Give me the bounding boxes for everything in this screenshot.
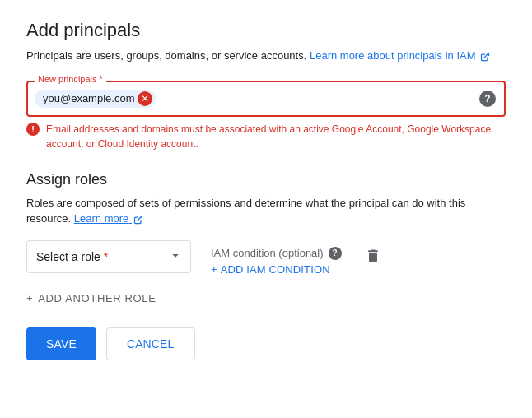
new-principals-field: New principals * you@example.com ✕ ? bbox=[26, 81, 506, 117]
save-button[interactable]: SAVE bbox=[26, 327, 96, 360]
iam-condition-help-icon[interactable]: ? bbox=[329, 247, 342, 260]
error-text: Email addresses and domains must be asso… bbox=[46, 122, 506, 151]
role-row: Select a role * IAM condition (optional)… bbox=[26, 240, 506, 276]
principal-chip: you@example.com ✕ bbox=[35, 90, 156, 108]
iam-condition-header: IAM condition (optional) ? bbox=[211, 247, 342, 260]
error-icon: ! bbox=[26, 123, 40, 136]
chip-label: you@example.com bbox=[43, 92, 134, 104]
field-label: New principals * bbox=[35, 74, 106, 84]
action-buttons: SAVE CANCEL bbox=[26, 327, 506, 360]
external-link-icon-roles bbox=[133, 215, 143, 225]
svg-line-0 bbox=[484, 53, 489, 58]
learn-more-roles-link[interactable]: Learn more bbox=[74, 212, 143, 225]
delete-role-button[interactable] bbox=[362, 244, 385, 267]
page-title: Add principals bbox=[26, 20, 506, 41]
add-iam-condition-button[interactable]: + ADD IAM CONDITION bbox=[211, 263, 342, 276]
add-another-role-button[interactable]: + ADD ANOTHER ROLE bbox=[26, 289, 156, 308]
chip-remove-button[interactable]: ✕ bbox=[138, 91, 152, 106]
role-select-wrapper: Select a role * bbox=[26, 240, 191, 273]
role-select[interactable] bbox=[26, 240, 191, 273]
assign-roles-section: Assign roles Roles are composed of sets … bbox=[26, 171, 506, 308]
svg-line-1 bbox=[138, 216, 142, 221]
page-subtitle: Principals are users, groups, domains, o… bbox=[26, 48, 506, 64]
principals-input-wrapper[interactable]: you@example.com ✕ ? bbox=[26, 81, 506, 117]
principals-help-icon[interactable]: ? bbox=[479, 91, 496, 107]
assign-roles-title: Assign roles bbox=[26, 171, 506, 188]
roles-subtitle: Roles are composed of sets of permission… bbox=[26, 195, 506, 227]
iam-condition-col: IAM condition (optional) ? + ADD IAM CON… bbox=[211, 240, 342, 276]
learn-more-principals-link[interactable]: Learn more about principals in IAM bbox=[310, 49, 490, 62]
error-message: ! Email addresses and domains must be as… bbox=[26, 122, 506, 151]
cancel-button[interactable]: CANCEL bbox=[106, 327, 195, 360]
trash-icon bbox=[365, 248, 381, 264]
external-link-icon bbox=[480, 52, 490, 62]
iam-condition-area: IAM condition (optional) ? + ADD IAM CON… bbox=[211, 240, 385, 276]
